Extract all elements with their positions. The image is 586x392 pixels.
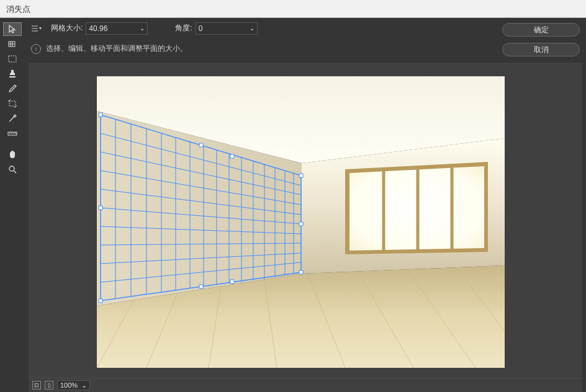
zoom-input[interactable]: 100% ⌄ [57, 380, 90, 390]
grid-size-input[interactable]: 40.96 ⌄ [86, 22, 148, 35]
svg-line-12 [14, 171, 16, 173]
info-icon: i [31, 44, 41, 54]
tool-hand[interactable] [4, 148, 21, 161]
svg-point-11 [9, 166, 14, 171]
button-panel: 确定 取消 [502, 18, 586, 59]
angle-field: 角度: 0 ⌄ [175, 22, 257, 35]
fit-screen-icon[interactable]: ⊡ [32, 381, 41, 390]
svg-rect-5 [9, 101, 16, 106]
angle-input[interactable]: 0 ⌄ [196, 22, 258, 35]
grid-size-value: 40.96 [89, 24, 107, 33]
hint-text: 选择、编辑、移动平面和调整平面的大小。 [46, 43, 187, 54]
window [345, 162, 488, 254]
toolbar [0, 18, 25, 392]
actual-pixels-icon[interactable]: ▯ [45, 381, 53, 390]
svg-rect-64 [199, 285, 203, 288]
tool-eyedropper[interactable] [4, 112, 21, 125]
tool-edit-plane[interactable] [4, 23, 21, 35]
svg-rect-59 [299, 174, 303, 177]
info-row: i 选择、编辑、移动平面和调整平面的大小。 [25, 38, 502, 59]
angle-label: 角度: [175, 23, 192, 33]
tool-stamp[interactable] [4, 68, 21, 80]
ok-button[interactable]: 确定 [502, 23, 580, 37]
room-scene [97, 76, 505, 368]
svg-rect-65 [99, 206, 102, 210]
chevron-down-icon: ⌄ [250, 25, 255, 32]
svg-rect-67 [230, 280, 234, 283]
chevron-down-icon: ⌄ [81, 381, 87, 390]
top-area: 网格大小: 40.96 ⌄ 角度: 0 ⌄ [25, 18, 586, 59]
main: 网格大小: 40.96 ⌄ 角度: 0 ⌄ [0, 18, 586, 392]
window-title: 消失点 [6, 4, 30, 14]
svg-rect-4 [9, 56, 16, 62]
canvas-area[interactable] [29, 63, 582, 378]
angle-value: 0 [199, 24, 203, 33]
svg-rect-61 [99, 299, 102, 303]
tool-measure[interactable] [4, 127, 21, 140]
workspace: 网格大小: 40.96 ⌄ 角度: 0 ⌄ [25, 18, 586, 392]
zoom-value: 100% [60, 381, 78, 389]
chevron-down-icon: ⌄ [140, 25, 145, 32]
tool-brush[interactable] [4, 82, 21, 95]
tool-zoom[interactable] [4, 163, 21, 176]
flyout-menu-icon[interactable] [31, 25, 42, 32]
svg-rect-58 [99, 113, 102, 117]
tool-marquee[interactable] [4, 53, 21, 65]
tool-create-plane[interactable] [4, 38, 21, 50]
status-bar: ⊡ ▯ 100% ⌄ [29, 378, 582, 392]
cancel-button[interactable]: 取消 [502, 43, 580, 56]
title-bar: 消失点 [0, 0, 586, 18]
tool-transform[interactable] [4, 97, 21, 110]
canvas-image [97, 76, 505, 368]
svg-rect-60 [299, 270, 303, 274]
grid-size-label: 网格大小: [51, 23, 83, 33]
svg-rect-62 [199, 143, 203, 147]
svg-rect-63 [299, 222, 303, 226]
grid-size-field: 网格大小: 40.96 ⌄ [51, 22, 148, 35]
controls-row: 网格大小: 40.96 ⌄ 角度: 0 ⌄ [25, 18, 502, 38]
svg-rect-66 [230, 154, 234, 158]
